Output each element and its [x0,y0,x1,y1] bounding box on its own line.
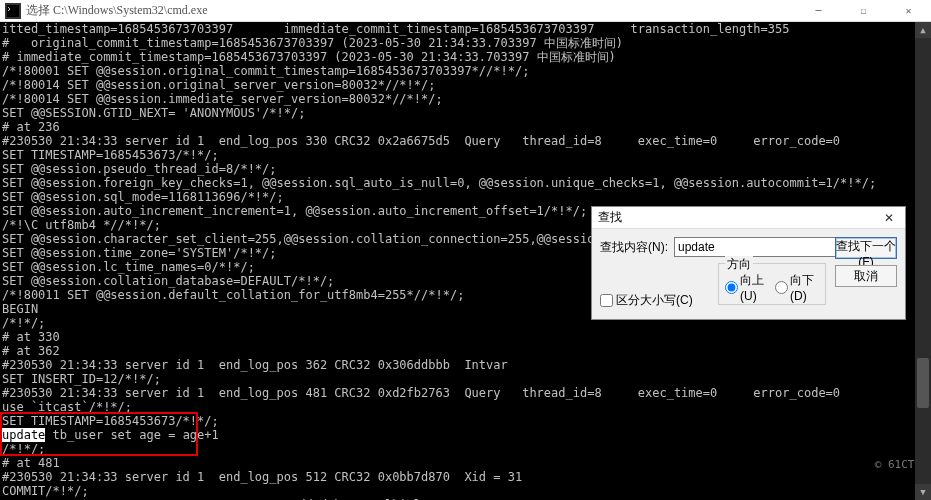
terminal-line: # at 481 [2,456,929,470]
terminal-line: # at 362 [2,344,929,358]
find-next-button[interactable]: 查找下一个(F) [835,237,897,259]
terminal-line: SET @@session.sql_mode=1168113696/*!*/; [2,190,929,204]
direction-legend: 方向 [725,256,753,273]
radio-down[interactable]: 向下(D) [775,272,819,303]
find-dialog-title: 查找 [598,209,879,226]
scrollbar-thumb[interactable] [917,358,929,408]
find-dialog-titlebar[interactable]: 查找 ✕ [592,207,905,229]
terminal-line: # at 330 [2,330,929,344]
window-title: 选择 C:\Windows\System32\cmd.exe [26,2,796,19]
terminal-line: COMMIT/*!*/; [2,484,929,498]
find-content-label: 查找内容(N): [600,239,668,256]
terminal-line: #230530 21:34:33 server id 1 end_log_pos… [2,470,929,484]
window-titlebar: 选择 C:\Windows\System32\cmd.exe ─ ☐ ✕ [0,0,931,22]
close-button[interactable]: ✕ [886,0,931,22]
terminal-line: SET @@SESSION.GTID_NEXT= 'ANONYMOUS'/*!*… [2,106,929,120]
find-close-button[interactable]: ✕ [879,209,899,227]
find-dialog: 查找 ✕ 查找内容(N): 方向 向上(U) 向下(D) 区分大小写(C) 查找… [591,206,906,320]
terminal-line: # original_commit_timestamp=168545367370… [2,36,929,50]
scroll-up-button[interactable]: ▲ [915,22,931,38]
minimize-button[interactable]: ─ [796,0,841,22]
highlight-box [0,412,198,456]
svg-rect-1 [7,5,19,17]
window-controls: ─ ☐ ✕ [796,0,931,22]
case-label: 区分大小写(C) [616,292,693,309]
radio-down-input[interactable] [775,281,788,294]
scroll-down-button[interactable]: ▼ [915,484,931,500]
case-sensitive-checkbox[interactable]: 区分大小写(C) [600,292,693,309]
find-dialog-body: 查找内容(N): 方向 向上(U) 向下(D) 区分大小写(C) 查找下一个(F… [592,229,905,319]
terminal-line: SET TIMESTAMP=1685453673/*!*/; [2,148,929,162]
terminal-line: SET @@session.pseudo_thread_id=8/*!*/; [2,162,929,176]
terminal-line: #230530 21:34:33 server id 1 end_log_pos… [2,134,929,148]
terminal-line: #230530 21:34:33 server id 1 end_log_pos… [2,386,929,400]
terminal-line: SET INSERT_ID=12/*!*/; [2,372,929,386]
cancel-button[interactable]: 取消 [835,265,897,287]
scrollbar-vertical[interactable]: ▲ ▼ [915,22,931,500]
terminal-line: # at 236 [2,120,929,134]
radio-up-input[interactable] [725,281,738,294]
radio-up[interactable]: 向上(U) [725,272,769,303]
maximize-button[interactable]: ☐ [841,0,886,22]
terminal-line: /*!80014 SET @@session.immediate_server_… [2,92,929,106]
terminal-line: #230530 21:34:33 server id 1 end_log_pos… [2,358,929,372]
cmd-icon [5,3,21,19]
direction-group: 方向 向上(U) 向下(D) [718,263,826,305]
terminal-line: # immediate_commit_timestamp=16854536737… [2,50,929,64]
terminal-line: /*!80014 SET @@session.original_server_v… [2,78,929,92]
terminal-line: SET @@session.foreign_key_checks=1, @@se… [2,176,929,190]
terminal-line: itted_timestamp=1685453673703397 immedia… [2,22,929,36]
case-checkbox-input[interactable] [600,294,613,307]
scrollbar-track[interactable] [915,38,931,484]
terminal-line: /*!80001 SET @@session.original_commit_t… [2,64,929,78]
